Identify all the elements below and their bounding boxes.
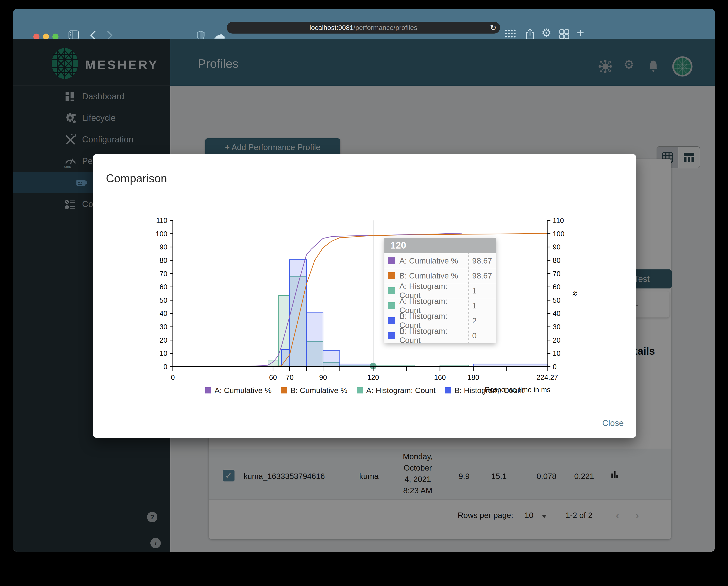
legend-swatch bbox=[357, 387, 363, 394]
legend-label: A: Cumulative % bbox=[214, 386, 271, 395]
tooltip-row: B: Histogram: Count0 bbox=[384, 328, 496, 343]
tooltip-swatch bbox=[388, 272, 395, 279]
url-host: localhost:9081 bbox=[310, 24, 353, 31]
tooltip-label: B: Histogram: Count bbox=[399, 326, 468, 345]
tooltip-value: 1 bbox=[468, 298, 496, 313]
tooltip-label: B: Cumulative % bbox=[399, 271, 468, 280]
new-tab-icon[interactable]: + bbox=[577, 25, 584, 40]
tooltip-row: A: Histogram: Count1 bbox=[384, 283, 496, 298]
tooltip-row: B: Histogram: Count2 bbox=[384, 313, 496, 328]
legend-item[interactable]: A: Cumulative % bbox=[205, 386, 271, 395]
svg-text:30: 30 bbox=[553, 323, 561, 331]
svg-text:20: 20 bbox=[160, 336, 167, 344]
svg-text:224.27: 224.27 bbox=[537, 373, 558, 381]
url-path: /performance/profiles bbox=[353, 24, 417, 31]
chart-legend: A: Cumulative %B: Cumulative %A: Histogr… bbox=[93, 386, 636, 395]
chart-tooltip: 120 A: Cumulative %98.67B: Cumulative %9… bbox=[384, 238, 496, 343]
svg-text:40: 40 bbox=[553, 310, 561, 318]
extensions-grid-icon[interactable] bbox=[504, 29, 516, 39]
svg-text:20: 20 bbox=[553, 336, 561, 344]
tooltip-swatch bbox=[388, 287, 395, 294]
tooltip-row: B: Cumulative %98.67 bbox=[384, 268, 496, 283]
svg-text:70: 70 bbox=[160, 270, 167, 278]
legend-label: B: Cumulative % bbox=[290, 386, 347, 395]
tooltip-value: 98.67 bbox=[468, 253, 496, 268]
legend-item[interactable]: B: Histogram: Count bbox=[445, 386, 524, 395]
svg-text:10: 10 bbox=[553, 349, 561, 357]
svg-text:110: 110 bbox=[156, 217, 167, 224]
svg-text:40: 40 bbox=[160, 310, 167, 318]
svg-text:90: 90 bbox=[319, 373, 327, 381]
refresh-icon[interactable]: ↻ bbox=[490, 22, 497, 33]
comparison-modal: Comparison 00101020203030404050506060707… bbox=[93, 154, 636, 438]
close-button[interactable]: Close bbox=[602, 419, 624, 428]
svg-text:30: 30 bbox=[160, 323, 167, 331]
svg-text:50: 50 bbox=[160, 296, 167, 304]
svg-text:120: 120 bbox=[367, 373, 379, 381]
svg-text:110: 110 bbox=[553, 217, 564, 224]
svg-text:80: 80 bbox=[160, 257, 167, 264]
svg-text:60: 60 bbox=[269, 373, 277, 381]
tooltip-value: 0 bbox=[468, 328, 496, 343]
browser-settings-icon[interactable]: ⚙ bbox=[541, 26, 551, 39]
svg-text:10: 10 bbox=[160, 349, 167, 357]
tooltip-row: A: Histogram: Count1 bbox=[384, 298, 496, 313]
svg-text:60: 60 bbox=[160, 283, 167, 291]
svg-text:90: 90 bbox=[553, 243, 561, 251]
svg-text:180: 180 bbox=[467, 373, 479, 381]
browser-window: ☁ localhost:9081/performance/profiles ↻ … bbox=[13, 9, 715, 552]
svg-text:70: 70 bbox=[553, 270, 561, 278]
legend-swatch bbox=[445, 387, 451, 394]
browser-toolbar: ☁ localhost:9081/performance/profiles ↻ … bbox=[13, 9, 715, 39]
meshery-app: MESHERY Dashboard bbox=[13, 39, 715, 552]
svg-text:90: 90 bbox=[160, 243, 167, 251]
tooltip-value: 98.67 bbox=[468, 268, 496, 283]
tooltip-title: 120 bbox=[384, 238, 496, 253]
tooltip-value: 1 bbox=[468, 283, 496, 298]
svg-text:100: 100 bbox=[156, 230, 167, 238]
tooltip-label: A: Cumulative % bbox=[399, 256, 468, 265]
legend-swatch bbox=[205, 387, 211, 394]
svg-text:100: 100 bbox=[553, 230, 565, 238]
tooltip-swatch bbox=[388, 317, 395, 324]
svg-text:0: 0 bbox=[171, 373, 175, 381]
svg-text:%: % bbox=[571, 291, 579, 297]
legend-label: A: Histogram: Count bbox=[366, 386, 436, 395]
tooltip-swatch bbox=[388, 332, 395, 339]
svg-text:70: 70 bbox=[286, 373, 293, 381]
tooltip-swatch bbox=[388, 258, 395, 264]
address-bar[interactable]: localhost:9081/performance/profiles ↻ bbox=[227, 22, 500, 33]
legend-item[interactable]: B: Cumulative % bbox=[281, 386, 347, 395]
svg-text:60: 60 bbox=[553, 283, 561, 291]
svg-text:160: 160 bbox=[434, 373, 446, 381]
tooltip-value: 2 bbox=[468, 313, 496, 328]
tooltip-row: A: Cumulative %98.67 bbox=[384, 253, 496, 268]
svg-text:0: 0 bbox=[553, 363, 556, 371]
legend-item[interactable]: A: Histogram: Count bbox=[357, 386, 436, 395]
legend-swatch bbox=[281, 387, 287, 394]
modal-title: Comparison bbox=[106, 172, 167, 185]
legend-label: B: Histogram: Count bbox=[454, 386, 524, 395]
svg-text:50: 50 bbox=[553, 296, 561, 304]
svg-text:0: 0 bbox=[163, 363, 167, 371]
comparison-chart[interactable]: 0010102020303040405050606070708080909010… bbox=[145, 211, 588, 395]
tooltip-swatch bbox=[388, 302, 395, 309]
svg-text:80: 80 bbox=[553, 257, 561, 264]
